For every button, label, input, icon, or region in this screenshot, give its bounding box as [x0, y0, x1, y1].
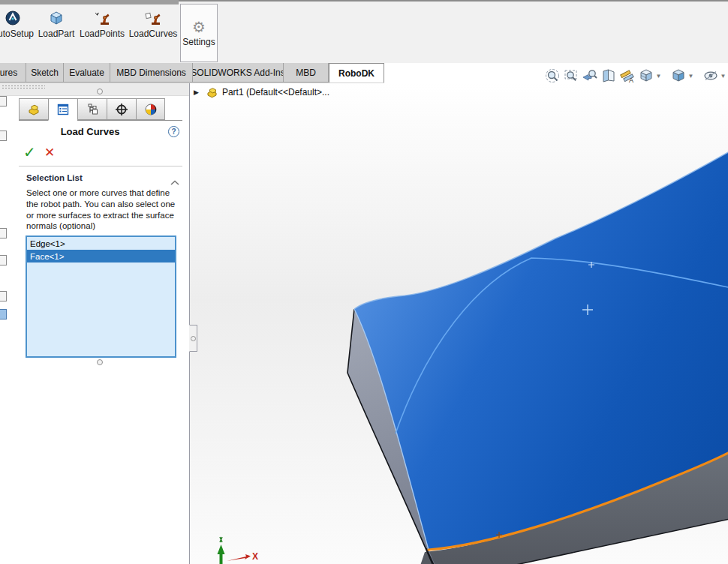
robot-arm-cursor-icon — [93, 9, 111, 27]
zoom-to-area-icon[interactable] — [561, 68, 580, 85]
tab-mbd-dimensions[interactable]: MBD Dimensions — [110, 63, 193, 82]
feature-manager-icon — [27, 103, 41, 116]
hide-show-items-icon[interactable] — [701, 68, 720, 85]
previous-view-icon[interactable] — [580, 68, 599, 85]
side-toolbar-icon[interactable] — [0, 96, 7, 106]
view-orientation-dropdown[interactable]: ▼ — [655, 73, 662, 80]
loadcurves-button[interactable]: LoadCurves — [128, 9, 178, 40]
loadpoints-button[interactable]: LoadPoints — [77, 9, 127, 40]
panel-dock-handle[interactable] — [2, 85, 45, 88]
gear-icon: ⚙ — [192, 20, 206, 34]
hide-show-items-dropdown[interactable]: ▼ — [720, 73, 726, 80]
tab-solidworks-addins[interactable]: SOLIDWORKS Add-Ins — [193, 63, 284, 82]
toolbar-item-label: LoadPart — [38, 28, 75, 39]
toolbar-item-label: LoadCurves — [129, 28, 178, 39]
triad-y-glyph — [220, 537, 222, 542]
side-toolbar-icon[interactable] — [0, 130, 7, 141]
list-item[interactable]: Edge<1> — [27, 237, 175, 250]
side-toolbar-icon[interactable] — [0, 255, 7, 266]
panel-title: Load Curves — [19, 126, 161, 137]
tab-property-manager[interactable] — [48, 98, 77, 121]
tab-robodk[interactable]: RoboDK — [329, 63, 384, 82]
triad-y-arrow — [218, 544, 225, 554]
dynamic-annotation-views-icon[interactable]: A — [618, 68, 636, 85]
side-toolbar-icon-active[interactable] — [0, 309, 7, 320]
zoom-to-fit-icon[interactable] — [543, 68, 561, 85]
svg-text:A: A — [629, 76, 633, 84]
splitter-handle-icon — [191, 336, 196, 341]
window-top-edge-left — [0, 0, 179, 4]
section-description: Select one or more curves that define th… — [26, 188, 182, 232]
ribbon-tab-bar: Features Sketch Evaluate MBD Dimensions … — [0, 63, 384, 83]
tab-feature-manager[interactable] — [19, 98, 48, 120]
tab-sketch[interactable]: Sketch — [26, 63, 64, 82]
loadpart-button[interactable]: LoadPart — [32, 9, 81, 40]
section-header: Selection List — [26, 173, 83, 182]
tab-features[interactable]: Features — [0, 63, 26, 82]
tab-display-manager[interactable] — [136, 98, 165, 120]
panel-resize-handle[interactable] — [97, 359, 103, 365]
help-icon[interactable]: ? — [168, 126, 179, 137]
settings-label: Settings — [182, 37, 215, 47]
display-style-dropdown[interactable]: ▼ — [687, 73, 694, 80]
configuration-manager-icon — [86, 103, 99, 116]
reference-triad: X — [209, 535, 276, 564]
display-manager-icon — [144, 103, 158, 116]
part-icon — [206, 86, 218, 99]
expand-arrow-icon[interactable]: ▶ — [194, 88, 199, 96]
confirm-button[interactable]: ✓ — [23, 143, 36, 161]
settings-button[interactable]: ⚙ Settings — [180, 4, 218, 62]
display-style-icon[interactable] — [669, 68, 687, 85]
robot-arm-page-icon — [144, 9, 162, 27]
tab-configuration-manager[interactable] — [77, 98, 107, 120]
graphics-viewport[interactable] — [190, 83, 728, 564]
tab-dimxpert-manager[interactable] — [107, 98, 136, 120]
triad-x-arrow — [227, 554, 251, 561]
panel-collapse-handle[interactable] — [97, 88, 103, 94]
robodk-logo-icon — [5, 9, 21, 27]
panel-viewport-divider — [189, 83, 190, 564]
side-toolbar-icon[interactable] — [0, 291, 7, 302]
feature-tree-root[interactable]: ▶ Part1 (Default<<Default>... — [194, 85, 329, 100]
side-toolbar-icon[interactable] — [0, 228, 7, 238]
headsup-view-toolbar: A ▼ ▼ ▼ — [543, 67, 726, 85]
triad-x-label: X — [252, 551, 258, 562]
section-view-icon[interactable] — [599, 68, 618, 85]
divider — [19, 166, 182, 166]
tab-evaluate[interactable]: Evaluate — [64, 63, 110, 82]
cube-icon — [48, 9, 65, 27]
view-orientation-icon[interactable] — [636, 68, 655, 85]
panel-splitter-tab[interactable] — [189, 325, 197, 352]
dimxpert-manager-icon — [115, 103, 128, 116]
manager-tab-strip — [19, 98, 182, 121]
toolbar-item-label: AutoSetup — [0, 28, 34, 39]
property-manager-icon — [56, 103, 70, 116]
tab-mbd[interactable]: MBD — [284, 63, 329, 82]
part-name: Part1 (Default<<Default>... — [222, 87, 329, 98]
list-item-selected[interactable]: Face<1> — [27, 250, 175, 262]
selection-listbox[interactable]: Edge<1> Face<1> — [26, 236, 176, 358]
toolbar-item-label: LoadPoints — [80, 28, 125, 39]
cancel-button[interactable]: ✕ — [44, 145, 55, 160]
